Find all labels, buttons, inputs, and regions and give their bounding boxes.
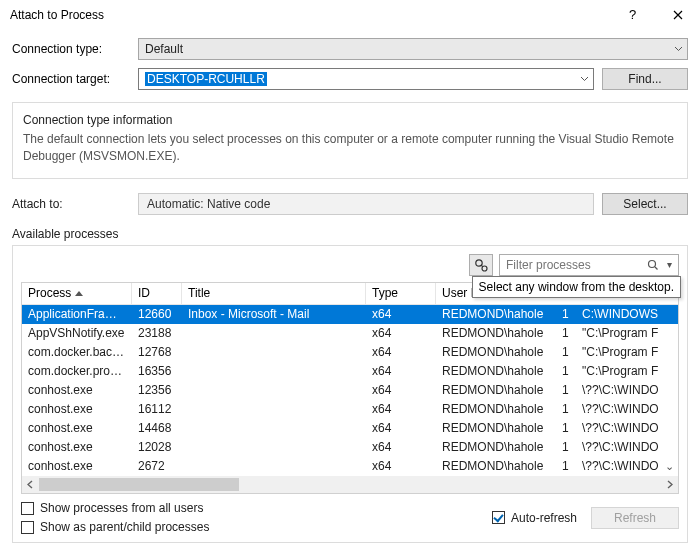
chevron-down-icon bbox=[575, 69, 593, 89]
cell: 12028 bbox=[132, 440, 182, 454]
cell: conhost.exe bbox=[22, 383, 132, 397]
available-processes-label: Available processes bbox=[12, 227, 688, 241]
cell: x64 bbox=[366, 345, 436, 359]
connection-info-legend: Connection type information bbox=[19, 113, 176, 127]
cell: conhost.exe bbox=[22, 402, 132, 416]
cell: 23188 bbox=[132, 326, 182, 340]
col-id[interactable]: ID bbox=[132, 283, 182, 304]
select-window-button[interactable] bbox=[469, 254, 493, 276]
select-button[interactable]: Select... bbox=[602, 193, 688, 215]
scroll-left-icon[interactable] bbox=[22, 476, 39, 493]
cell: 16356 bbox=[132, 364, 182, 378]
close-button[interactable] bbox=[655, 0, 700, 30]
chevron-down-icon bbox=[669, 39, 687, 59]
cell: 1 bbox=[556, 383, 576, 397]
crosshair-icon bbox=[474, 258, 488, 272]
cell: 2672 bbox=[132, 459, 182, 473]
cell: conhost.exe bbox=[22, 459, 132, 473]
connection-target-label: Connection target: bbox=[12, 72, 130, 86]
col-process[interactable]: Process bbox=[22, 283, 132, 304]
cell: 1 bbox=[556, 459, 576, 473]
cell: \??\C:\WINDO bbox=[576, 402, 678, 416]
cell: 12660 bbox=[132, 307, 182, 321]
cell: x64 bbox=[366, 459, 436, 473]
scroll-right-icon[interactable] bbox=[661, 476, 678, 493]
cell: REDMOND\hahole bbox=[436, 440, 556, 454]
available-processes-group: Filter processes ▾ Select any window fro… bbox=[12, 245, 688, 543]
svg-text:?: ? bbox=[629, 8, 636, 22]
table-row[interactable]: ApplicationFrameHo...12660Inbox - Micros… bbox=[22, 305, 678, 324]
cell: REDMOND\hahole bbox=[436, 402, 556, 416]
cell: conhost.exe bbox=[22, 421, 132, 435]
cell: 1 bbox=[556, 345, 576, 359]
cell: \??\C:\WINDO bbox=[576, 459, 678, 473]
cell: x64 bbox=[366, 402, 436, 416]
titlebar: Attach to Process ? bbox=[0, 0, 700, 30]
scrollbar-thumb[interactable] bbox=[39, 478, 239, 491]
help-button[interactable]: ? bbox=[610, 0, 655, 30]
connection-info-text: The default connection lets you select p… bbox=[23, 131, 677, 166]
checkbox-checked-icon bbox=[492, 511, 505, 524]
connection-type-value: Default bbox=[145, 42, 183, 56]
cell: 1 bbox=[556, 402, 576, 416]
cell: REDMOND\hahole bbox=[436, 364, 556, 378]
search-icon bbox=[647, 259, 661, 271]
cell: 12356 bbox=[132, 383, 182, 397]
col-type[interactable]: Type bbox=[366, 283, 436, 304]
cell: 1 bbox=[556, 440, 576, 454]
attach-to-value: Automatic: Native code bbox=[147, 197, 270, 211]
dialog-title: Attach to Process bbox=[10, 8, 104, 22]
cell: REDMOND\hahole bbox=[436, 383, 556, 397]
connection-target-combo[interactable]: DESKTOP-RCUHLLR bbox=[138, 68, 594, 90]
cell: "C:\Program F bbox=[576, 345, 678, 359]
cell: ApplicationFrameHo... bbox=[22, 307, 132, 321]
find-button[interactable]: Find... bbox=[602, 68, 688, 90]
cell: x64 bbox=[366, 421, 436, 435]
checkbox-icon bbox=[21, 521, 34, 534]
filter-dropdown-icon[interactable]: ▾ bbox=[667, 259, 672, 270]
cell: \??\C:\WINDO bbox=[576, 383, 678, 397]
connection-info-group: Connection type information The default … bbox=[12, 102, 688, 179]
cell: 16112 bbox=[132, 402, 182, 416]
filter-processes-input[interactable]: Filter processes ▾ bbox=[499, 254, 679, 276]
cell: 12768 bbox=[132, 345, 182, 359]
horizontal-scrollbar[interactable] bbox=[22, 476, 678, 493]
cell: x64 bbox=[366, 383, 436, 397]
table-row[interactable]: com.docker.backend...12768x64REDMOND\hah… bbox=[22, 343, 678, 362]
cell: "C:\Program F bbox=[576, 326, 678, 340]
show-all-users-checkbox[interactable]: Show processes from all users bbox=[21, 502, 209, 515]
cell: REDMOND\hahole bbox=[436, 345, 556, 359]
cell: REDMOND\hahole bbox=[436, 421, 556, 435]
auto-refresh-checkbox[interactable]: Auto-refresh bbox=[492, 511, 577, 524]
cell: com.docker.proxy.exe bbox=[22, 364, 132, 378]
table-row[interactable]: com.docker.proxy.exe16356x64REDMOND\haho… bbox=[22, 362, 678, 381]
attach-to-value-box: Automatic: Native code bbox=[138, 193, 594, 215]
cell: com.docker.backend... bbox=[22, 345, 132, 359]
filter-placeholder: Filter processes bbox=[506, 258, 591, 272]
cell: x64 bbox=[366, 326, 436, 340]
table-row[interactable]: AppVShNotify.exe23188x64REDMOND\hahole1"… bbox=[22, 324, 678, 343]
table-row[interactable]: conhost.exe12356x64REDMOND\hahole1\??\C:… bbox=[22, 381, 678, 400]
col-title[interactable]: Title bbox=[182, 283, 366, 304]
table-row[interactable]: conhost.exe14468x64REDMOND\hahole1\??\C:… bbox=[22, 419, 678, 438]
show-parent-child-checkbox[interactable]: Show as parent/child processes bbox=[21, 521, 209, 534]
cell: Inbox - Microsoft - Mail bbox=[182, 307, 366, 321]
cell: REDMOND\hahole bbox=[436, 307, 556, 321]
cell: x64 bbox=[366, 307, 436, 321]
table-row[interactable]: conhost.exe12028x64REDMOND\hahole1\??\C:… bbox=[22, 438, 678, 457]
process-table: Process ID Title Type User Name Applicat… bbox=[21, 282, 679, 494]
vscroll-down-icon[interactable]: ⌄ bbox=[665, 460, 674, 473]
connection-target-value: DESKTOP-RCUHLLR bbox=[145, 72, 267, 86]
cell: \??\C:\WINDO bbox=[576, 440, 678, 454]
refresh-button: Refresh bbox=[591, 507, 679, 529]
cell: x64 bbox=[366, 364, 436, 378]
cell: 1 bbox=[556, 307, 576, 321]
cell: conhost.exe bbox=[22, 440, 132, 454]
cell: REDMOND\hahole bbox=[436, 326, 556, 340]
table-row[interactable]: conhost.exe16112x64REDMOND\hahole1\??\C:… bbox=[22, 400, 678, 419]
cell: "C:\Program F bbox=[576, 364, 678, 378]
table-row[interactable]: conhost.exe2672x64REDMOND\hahole1\??\C:\… bbox=[22, 457, 678, 476]
connection-type-combo[interactable]: Default bbox=[138, 38, 688, 60]
cell: REDMOND\hahole bbox=[436, 459, 556, 473]
attach-to-process-dialog: Attach to Process ? Connection type: Def… bbox=[0, 0, 700, 546]
